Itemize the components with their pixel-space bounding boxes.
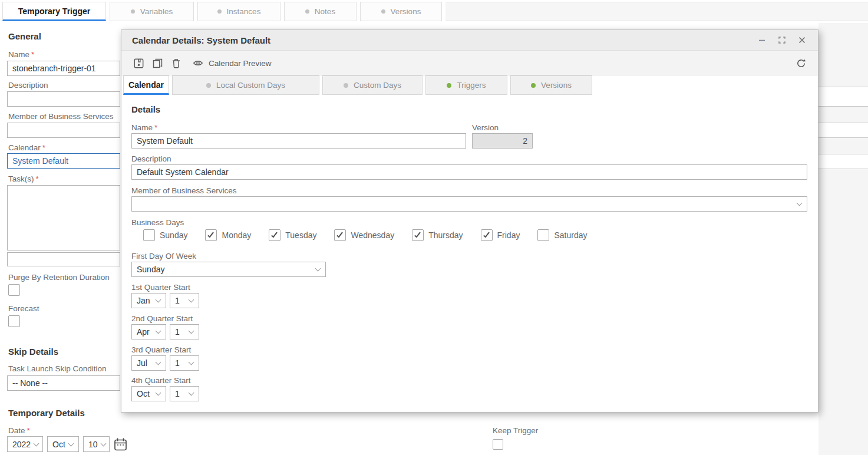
tab-calendar[interactable]: Calendar <box>123 75 169 95</box>
tab-versions-dialog[interactable]: Versions <box>510 75 592 95</box>
status-dot-icon <box>305 9 309 14</box>
q1-day-select[interactable]: 1 <box>170 293 199 308</box>
q3-start-label: 3rd Quarter Start <box>131 345 191 354</box>
details-heading: Details <box>131 104 160 114</box>
tab-label: Custom Days <box>354 81 401 90</box>
tab-label: Instances <box>227 7 261 16</box>
member-of-business-services-label: Member of Business Services <box>8 112 114 121</box>
q3-day-select[interactable]: 1 <box>170 355 199 371</box>
keep-trigger-field: Keep Trigger <box>493 426 538 450</box>
tab-label: Temporary Trigger <box>18 6 91 16</box>
q2-start-label: 2nd Quarter Start <box>131 314 193 323</box>
chevron-down-icon <box>315 266 321 272</box>
date-year-select[interactable]: 2022 <box>7 436 43 452</box>
tuesday-checkbox[interactable] <box>269 229 280 241</box>
tasks-label: Task(s)* <box>8 174 39 183</box>
dialog-body: Details Name* System Default Version 2 D… <box>121 95 818 412</box>
saturday-checkbox[interactable] <box>537 229 549 241</box>
q4-start-label: 4th Quarter Start <box>131 376 191 385</box>
tab-notes[interactable]: Notes <box>284 2 357 21</box>
tab-label: Triggers <box>457 81 486 90</box>
task-launch-skip-condition-select[interactable]: -- None -- <box>7 375 120 391</box>
required-asterisk: * <box>154 123 157 132</box>
date-day-select[interactable]: 10 <box>83 436 110 452</box>
tasks-list-box[interactable] <box>7 185 120 250</box>
trigger-calendar-link-field[interactable]: System Default <box>7 153 120 169</box>
tab-label: Local Custom Days <box>216 81 285 90</box>
q2-day-select[interactable]: 1 <box>170 324 199 339</box>
tab-bar-filler <box>445 2 868 21</box>
date-label: Date* <box>8 426 30 435</box>
keep-trigger-label: Keep Trigger <box>493 426 538 435</box>
q4-day-select[interactable]: 1 <box>170 386 199 401</box>
calendar-picker-icon[interactable] <box>114 437 127 451</box>
q2-month-select[interactable]: Apr <box>131 324 166 339</box>
save-button[interactable] <box>131 55 146 71</box>
tab-local-custom-days[interactable]: Local Custom Days <box>172 75 319 95</box>
version-label: Version <box>472 123 499 132</box>
monday-checkbox[interactable] <box>205 229 217 241</box>
status-dot-icon <box>531 83 536 88</box>
day-thursday: Thursday <box>412 229 463 241</box>
background-input-edge <box>818 87 868 107</box>
q4-month-select[interactable]: Oct <box>131 386 166 401</box>
dialog-tab-bar: Calendar Local Custom Days Custom Days T… <box>121 75 818 95</box>
calendar-preview-label: Calendar Preview <box>209 59 272 68</box>
tab-variables[interactable]: Variables <box>110 2 194 21</box>
purge-by-retention-label: Purge By Retention Duration <box>8 273 110 282</box>
eye-icon <box>192 58 204 68</box>
temporary-details-heading: Temporary Details <box>8 408 85 418</box>
description-label: Description <box>131 154 171 163</box>
thursday-checkbox[interactable] <box>412 229 424 241</box>
tab-label: Variables <box>140 7 173 16</box>
tab-custom-days[interactable]: Custom Days <box>322 75 423 95</box>
checkmark-icon <box>483 231 490 238</box>
tab-label: Versions <box>541 81 572 90</box>
chevron-down-icon <box>156 328 161 334</box>
tasks-add-input[interactable] <box>7 252 120 266</box>
required-asterisk: * <box>31 50 34 59</box>
chevron-down-icon <box>156 390 161 396</box>
day-friday: Friday <box>481 229 520 241</box>
copy-button[interactable] <box>150 55 165 71</box>
tab-temporary-trigger[interactable]: Temporary Trigger <box>2 2 106 21</box>
tab-triggers[interactable]: Triggers <box>425 75 507 95</box>
close-icon[interactable] <box>794 34 810 47</box>
refresh-icon[interactable] <box>793 55 808 71</box>
keep-trigger-checkbox[interactable] <box>493 439 503 450</box>
sunday-checkbox[interactable] <box>143 229 155 241</box>
background-input-edge <box>818 154 868 169</box>
day-wednesday: Wednesday <box>334 229 394 241</box>
date-month-select[interactable]: Oct <box>47 436 79 452</box>
calendar-preview-button[interactable]: Calendar Preview <box>192 58 272 68</box>
tab-versions[interactable]: Versions <box>360 2 442 21</box>
required-asterisk: * <box>42 143 45 152</box>
calendar-description-input[interactable]: Default System Calendar <box>131 164 807 180</box>
trigger-business-services-input[interactable] <box>7 123 120 138</box>
q4-start-row: Oct 1 <box>131 386 199 401</box>
friday-checkbox[interactable] <box>481 229 493 241</box>
general-heading: General <box>8 31 41 41</box>
dialog-toolbar: Calendar Preview <box>121 51 818 75</box>
trigger-name-input[interactable]: stonebranch-trigger-01 <box>7 61 120 76</box>
forecast-checkbox[interactable] <box>8 315 20 327</box>
dialog-title-bar: Calendar Details: System Default <box>121 30 818 51</box>
business-services-select[interactable] <box>131 196 807 212</box>
q1-month-select[interactable]: Jan <box>131 293 166 308</box>
maximize-button[interactable] <box>774 34 790 47</box>
q3-month-select[interactable]: Jul <box>131 355 166 371</box>
first-day-of-week-select[interactable]: Sunday <box>131 262 326 277</box>
minimize-button[interactable] <box>754 34 770 47</box>
application-window: Temporary Trigger Variables Instances No… <box>0 0 868 455</box>
background-form-strip <box>819 23 868 455</box>
dialog-title: Calendar Details: System Default <box>132 35 750 45</box>
purge-by-retention-checkbox[interactable] <box>8 284 20 296</box>
delete-button[interactable] <box>169 55 184 71</box>
calendar-name-input[interactable]: System Default <box>131 133 466 149</box>
q2-start-row: Apr 1 <box>131 324 199 339</box>
wednesday-checkbox[interactable] <box>334 229 346 241</box>
chevron-down-icon <box>189 390 194 396</box>
tab-instances[interactable]: Instances <box>197 2 280 21</box>
chevron-down-icon <box>100 440 106 446</box>
trigger-description-input[interactable] <box>7 91 120 107</box>
